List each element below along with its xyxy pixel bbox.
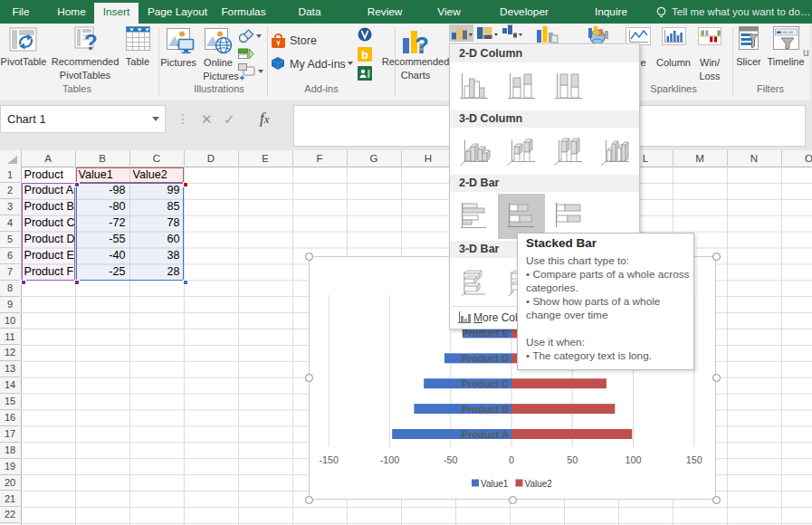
svg-text:Product C: Product C xyxy=(461,378,509,389)
svg-text:Product D: Product D xyxy=(461,353,509,364)
svg-text:-150: -150 xyxy=(319,454,339,465)
svg-text:Value2: Value2 xyxy=(525,479,553,489)
svg-text:Product A: Product A xyxy=(462,429,509,440)
svg-text:50: 50 xyxy=(567,454,578,465)
svg-text:Value1: Value1 xyxy=(481,479,509,489)
svg-text:0: 0 xyxy=(509,454,514,465)
svg-text:?: ? xyxy=(415,32,429,55)
svg-text:-50: -50 xyxy=(444,454,458,465)
svg-text:-100: -100 xyxy=(380,454,400,465)
svg-text:?: ? xyxy=(84,30,98,52)
svg-text:150: 150 xyxy=(686,454,702,465)
svg-text:100: 100 xyxy=(625,454,641,465)
svg-text:Product B: Product B xyxy=(461,404,509,415)
